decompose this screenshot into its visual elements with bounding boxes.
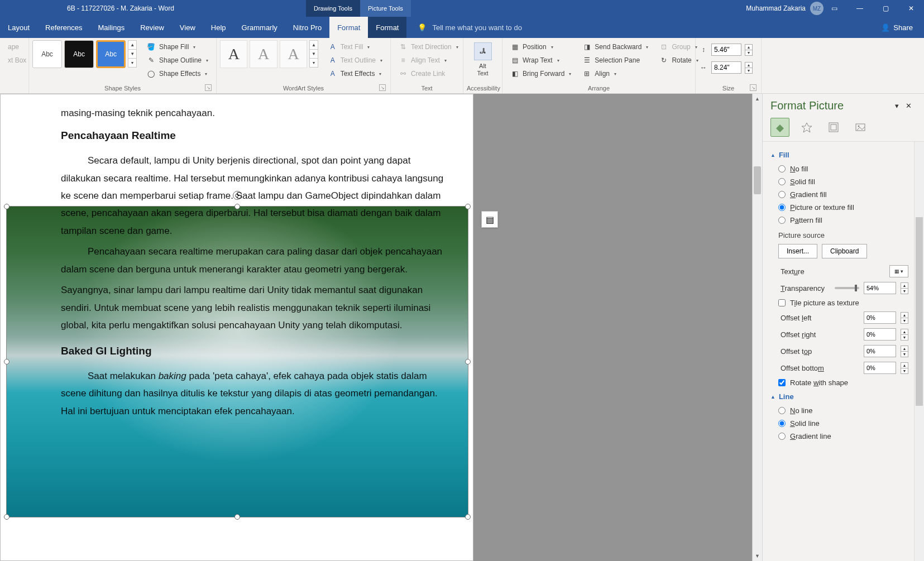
user-account[interactable]: Muhammad Zakaria MZ [746, 2, 824, 15]
bring-forward-button[interactable]: ◧Bring Forward▾ [506, 67, 576, 80]
close-button[interactable]: ✕ [898, 0, 924, 17]
pane-scroll-thumb[interactable] [916, 217, 923, 406]
width-down[interactable]: ▼ [745, 68, 753, 74]
width-input[interactable] [711, 61, 741, 74]
picture-tab-icon[interactable] [851, 118, 870, 137]
offset-left-input[interactable] [864, 311, 896, 324]
scroll-thumb[interactable] [754, 166, 761, 194]
no-fill-label: No fill [790, 165, 808, 173]
wrap-text-icon: ▤ [510, 56, 519, 65]
wordart-style-3[interactable]: A [280, 40, 307, 68]
pane-scrollbar[interactable] [914, 142, 924, 561]
wordart-gallery-arrows[interactable]: ▲▼▾ [309, 40, 318, 67]
group-icon: ⊡ [659, 42, 668, 51]
resize-handle-lm[interactable] [4, 359, 9, 365]
wrap-text-button[interactable]: ▤Wrap Text▾ [506, 54, 576, 67]
format-pane-body[interactable]: ▲Fill No fill Solid fill Gradient fill P… [763, 142, 914, 561]
layout-options-icon: ▤ [486, 214, 494, 225]
size-launcher[interactable]: ↘ [750, 84, 757, 91]
shape-style-2[interactable]: Abc [64, 40, 94, 68]
alt-text-button[interactable]: 🏞 Alt Text [469, 40, 497, 79]
effects-tab-icon[interactable] [797, 118, 816, 137]
tab-review[interactable]: Review [132, 17, 172, 38]
tab-references[interactable]: References [37, 17, 90, 38]
pattern-fill-radio[interactable] [778, 217, 786, 224]
shape-styles-launcher[interactable]: ↘ [205, 84, 212, 91]
tab-format-drawing[interactable]: Format [329, 17, 368, 38]
pane-options-dropdown[interactable]: ▾ [893, 99, 901, 112]
clipboard-button[interactable]: Clipboard [822, 244, 867, 258]
gradient-line-radio[interactable] [778, 433, 786, 440]
tab-layout[interactable]: Layout [0, 17, 37, 38]
no-fill-radio[interactable] [778, 165, 786, 172]
offset-top-input[interactable] [864, 345, 896, 357]
offset-right-input[interactable] [864, 328, 896, 341]
no-line-radio[interactable] [778, 407, 786, 414]
tab-help[interactable]: Help [203, 17, 234, 38]
picture-fill-radio[interactable] [778, 204, 786, 211]
document-pane[interactable]: masing-masing teknik pencahayaan. ⟳ Penc… [0, 94, 752, 561]
maximize-button[interactable]: ▢ [873, 0, 898, 17]
rotate-with-shape-checkbox[interactable] [778, 379, 786, 386]
tile-checkbox[interactable] [778, 299, 786, 306]
shape-style-3-selected[interactable]: Abc [96, 40, 126, 68]
layout-tab-icon[interactable] [824, 118, 843, 137]
resize-handle-br[interactable] [465, 514, 471, 520]
document-scrollbar[interactable]: ▲ ▼ [752, 94, 762, 561]
text-outline-button[interactable]: AText Outline▾ [324, 54, 387, 67]
resize-handle-bm[interactable] [234, 514, 240, 520]
fill-line-tab-icon[interactable] [770, 118, 789, 137]
minimize-button[interactable]: — [847, 0, 873, 17]
layout-options-button[interactable]: ▤ [481, 211, 498, 228]
texture-picker[interactable]: ▦ ▾ [889, 265, 908, 277]
resize-handle-bl[interactable] [4, 514, 9, 520]
wordart-launcher[interactable]: ↘ [379, 84, 386, 91]
transparency-input[interactable] [864, 282, 896, 294]
tab-view[interactable]: View [172, 17, 203, 38]
width-field[interactable]: ↔ ▲▼ [699, 60, 753, 75]
tell-me-search[interactable]: 💡 Tell me what you want to do [406, 17, 533, 38]
fill-section-header[interactable]: ▲Fill [770, 147, 912, 162]
tab-nitro-pro[interactable]: Nitro Pro [285, 17, 329, 38]
resize-handle-rm[interactable] [465, 359, 471, 365]
insert-picture-button[interactable]: Insert... [778, 244, 817, 258]
height-input[interactable] [711, 44, 741, 56]
tab-grammarly[interactable]: Grammarly [234, 17, 285, 38]
text-direction-button[interactable]: ⇅Text Direction▾ [394, 40, 463, 54]
shape-style-1[interactable]: Abc [32, 40, 62, 68]
wordart-style-2[interactable]: A [250, 40, 277, 68]
effects-icon: ◯ [147, 69, 156, 78]
scroll-down-arrow[interactable]: ▼ [753, 551, 762, 561]
share-button[interactable]: 👤 Share [870, 17, 924, 38]
solid-fill-radio[interactable] [778, 178, 786, 185]
resize-handle-tl[interactable] [4, 204, 9, 209]
text-effects-button[interactable]: AText Effects▾ [324, 67, 387, 80]
position-button[interactable]: ▦Position▾ [506, 40, 576, 54]
height-down[interactable]: ▼ [745, 50, 753, 56]
pane-close-button[interactable]: ✕ [901, 99, 916, 112]
wordart-style-1[interactable]: A [220, 40, 247, 68]
offset-bottom-input[interactable] [864, 362, 896, 374]
shape-style-gallery-arrows[interactable]: ▲▼▾ [128, 40, 137, 67]
gradient-fill-radio[interactable] [778, 191, 786, 198]
send-backward-button[interactable]: ◨Send Backward▾ [578, 40, 653, 54]
solid-line-radio[interactable] [778, 420, 786, 427]
line-section-header[interactable]: ▲Line [770, 389, 912, 404]
transparency-slider[interactable] [835, 287, 859, 289]
tab-format-picture[interactable]: Format [368, 17, 406, 38]
shape-effects-button[interactable]: ◯Shape Effects▾ [142, 67, 213, 80]
align-button[interactable]: ⊞Align▾ [578, 67, 653, 80]
ribbon-display-options-icon[interactable]: ▭ [821, 0, 847, 17]
height-field[interactable]: ↕ ▲▼ [699, 42, 753, 57]
tab-mailings[interactable]: Mailings [90, 17, 133, 38]
align-text-button[interactable]: ≡Align Text▾ [394, 54, 463, 67]
contextual-tool-tabs: Drawing Tools Picture Tools [306, 0, 411, 17]
shape-fill-button[interactable]: 🪣Shape Fill▾ [142, 40, 213, 54]
shape-outline-button[interactable]: ✎Shape Outline▾ [142, 54, 213, 67]
selection-pane-button[interactable]: ☰Selection Pane [578, 54, 653, 67]
text-fill-button[interactable]: AText Fill▾ [324, 40, 387, 54]
bring-forward-icon: ◧ [510, 69, 519, 78]
scroll-up-arrow[interactable]: ▲ [753, 94, 762, 104]
text-group-label: Text [394, 83, 459, 93]
resize-handle-tr[interactable] [465, 204, 471, 209]
